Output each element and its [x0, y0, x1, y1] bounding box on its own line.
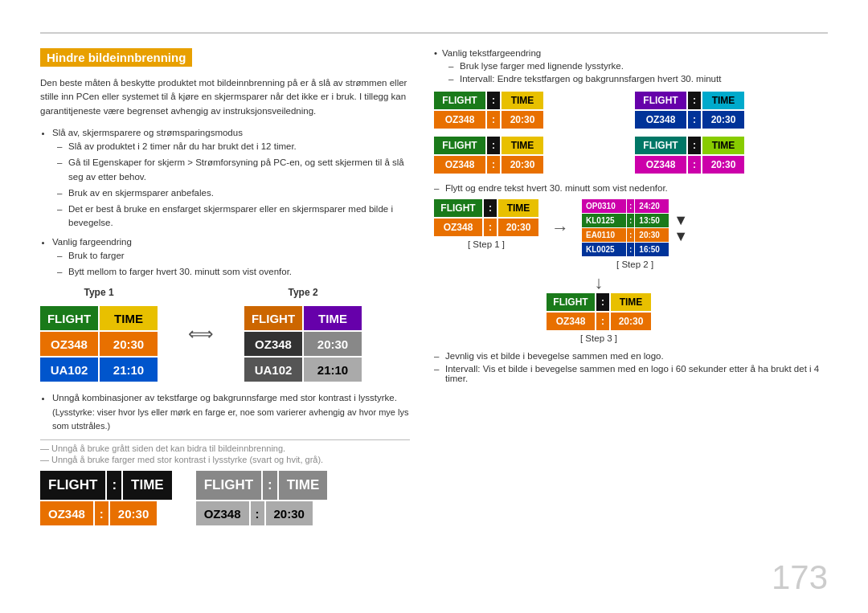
step3-arrow-icon: ↓: [595, 272, 604, 293]
sc3-time: 20:30: [635, 228, 669, 242]
step3-block: FLIGHT : TIME OZ348 : 20:30 [ Step 3 ]: [370, 293, 828, 343]
step3-data: OZ348 : 20:30: [547, 313, 651, 330]
step1-oz-time: 20:30: [498, 219, 538, 236]
scroll-arrow-1: ▼: [674, 213, 688, 227]
d4-data: OZ348 : 20:30: [635, 156, 828, 174]
bottom2-header: FLIGHT : TIME: [196, 471, 328, 500]
move-dash: Flytt og endre tekst hvert 30. minutt so…: [434, 183, 828, 193]
b1-flight: FLIGHT: [40, 471, 105, 500]
display-d4: FLIGHT : TIME OZ348 : 20:30: [635, 137, 828, 174]
d3-oz: OZ348: [434, 156, 485, 174]
d3-header: FLIGHT : TIME: [434, 137, 627, 154]
bullet-item-2: Vanlig fargeendring Bruk to farger Bytt …: [52, 235, 410, 280]
step2-label: [ Step 2 ]: [616, 260, 653, 269]
d1-data: OZ348 : 20:30: [434, 111, 627, 129]
type1-header-row: FLIGHT TIME: [40, 306, 158, 330]
d2-flight: FLIGHT: [635, 92, 686, 109]
type2-oz-time-cell: 20:30: [304, 332, 362, 356]
steps-area: FLIGHT : TIME OZ348 : 20:30 [ Step 1 ] →: [434, 199, 828, 269]
type1-ua-row: UA102 21:10: [40, 358, 158, 382]
d3-time: TIME: [502, 137, 543, 154]
dash-item: Gå til Egenskaper for skjerm > Strømfors…: [68, 156, 410, 184]
d4-oz: OZ348: [635, 156, 686, 174]
d4-time: TIME: [702, 137, 744, 154]
b1-oz-colon: :: [95, 501, 108, 525]
step3-oz-time: 20:30: [611, 313, 651, 330]
bottom1-data: OZ348 : 20:30: [40, 501, 172, 525]
d2-header: FLIGHT : TIME: [635, 92, 828, 109]
dash-item: Bruk av en skjermsparer anbefales.: [68, 186, 410, 200]
d2-oz-time: 20:30: [702, 111, 744, 129]
display-d1: FLIGHT : TIME OZ348 : 20:30: [434, 92, 627, 129]
type2-ua-cell: UA102: [244, 358, 302, 382]
d1-oz-time: 20:30: [502, 111, 543, 129]
type1-oz-time-cell: 20:30: [100, 332, 158, 356]
dash-item: Det er best å bruke en ensfarget skjerms…: [68, 202, 410, 231]
page-number: 173: [772, 558, 828, 597]
dash-item: Bytt mellom to farger hvert 30. minutt s…: [68, 265, 410, 279]
type2-oz-cell: OZ348: [244, 332, 302, 356]
step1-oz-colon: :: [484, 219, 497, 236]
d4-colon: :: [688, 137, 701, 154]
step3-header: FLIGHT : TIME: [547, 293, 651, 311]
dash-item: Bruk to farger: [68, 249, 410, 263]
type2-label: Type 2: [288, 287, 317, 298]
sc1-colon: :: [627, 199, 634, 213]
bottom2-data: OZ348 : 20:30: [196, 501, 328, 525]
display-d3: FLIGHT : TIME OZ348 : 20:30: [434, 137, 627, 174]
bottom-display-2: FLIGHT : TIME OZ348 : 20:30: [196, 471, 328, 525]
step3-time: TIME: [611, 293, 651, 311]
d3-oz-time: 20:30: [502, 156, 543, 174]
d1-header: FLIGHT : TIME: [434, 92, 627, 109]
scroll-row-2: KL0125 : 13:50: [582, 214, 669, 227]
section-title: Hindre bildeinnbrenning: [40, 48, 192, 67]
step1-block: FLIGHT : TIME OZ348 : 20:30 [ Step 1 ]: [434, 199, 538, 249]
dash-list-2: Bruk to farger Bytt mellom to farger hve…: [52, 249, 410, 280]
b2-flight: FLIGHT: [196, 471, 261, 500]
b2-oz-colon: :: [251, 501, 264, 525]
dash-list-1: Slå av produktet i 2 timer når du har br…: [52, 140, 410, 231]
sc2-colon: :: [627, 214, 634, 227]
d2-data: OZ348 : 20:30: [635, 111, 828, 129]
step-arrow-right: →: [551, 218, 569, 239]
gray-note-1: — Unngå å bruke grått siden det kan bidr…: [40, 443, 410, 453]
type1-block: Type 1 FLIGHT TIME OZ348 20:30 UA102 21:: [40, 287, 158, 382]
sc2-time: 13:50: [635, 214, 669, 227]
type1-oz-cell: OZ348: [40, 332, 98, 356]
d3-oz-colon: :: [487, 156, 500, 174]
step1-data: OZ348 : 20:30: [434, 219, 538, 236]
b2-colon: :: [263, 471, 277, 500]
bottom-displays: FLIGHT : TIME OZ348 : 20:30 FLIGHT :: [40, 471, 410, 525]
top-divider: [40, 32, 828, 34]
type2-time-cell: TIME: [304, 306, 362, 330]
sc4-code: KL0025: [582, 243, 626, 256]
step1-oz: OZ348: [434, 219, 482, 236]
final-note-2: Intervall: Vis et bilde i bevegelse samm…: [434, 364, 828, 383]
final-notes: Jevnlig vis et bilde i bevegelse sammen …: [434, 351, 828, 383]
left-column: Hindre bildeinnbrenning Den beste måten …: [40, 48, 410, 589]
display-d2: FLIGHT : TIME OZ348 : 20:30: [635, 92, 828, 129]
b2-oz-time: 20:30: [266, 501, 313, 525]
step3-label: [ Step 3 ]: [580, 333, 617, 343]
d4-oz-time: 20:30: [702, 156, 744, 174]
scroll-arrow-2: ▼: [674, 229, 688, 243]
type1-ua-cell: UA102: [40, 358, 98, 382]
type2-ua-time-cell: 21:10: [304, 358, 362, 382]
step1-header: FLIGHT : TIME: [434, 199, 538, 217]
types-comparison: Type 1 FLIGHT TIME OZ348 20:30 UA102 21:: [40, 287, 410, 382]
swap-arrow: ⟺: [182, 324, 220, 345]
d3-colon: :: [487, 137, 500, 154]
right-dashes: Bruk lyse farger med lignende lysstyrke.…: [434, 61, 828, 84]
b1-oz-time: 20:30: [110, 501, 157, 525]
type1-label: Type 1: [84, 287, 113, 298]
right-column: • Vanlig tekstfargeendring Bruk lyse far…: [434, 48, 828, 589]
right-dash-1: Bruk lyse farger med lignende lysstyrke.: [448, 61, 828, 71]
step3-flight: FLIGHT: [547, 293, 595, 311]
d1-colon: :: [487, 92, 500, 109]
intro-text: Den beste måten å beskytte produktet mot…: [40, 76, 410, 118]
d4-header: FLIGHT : TIME: [635, 137, 828, 154]
type2-board: FLIGHT TIME OZ348 20:30 UA102 21:10: [244, 306, 362, 382]
step3-oz-colon: :: [596, 313, 609, 330]
d1-oz: OZ348: [434, 111, 485, 129]
d1-flight: FLIGHT: [434, 92, 485, 109]
